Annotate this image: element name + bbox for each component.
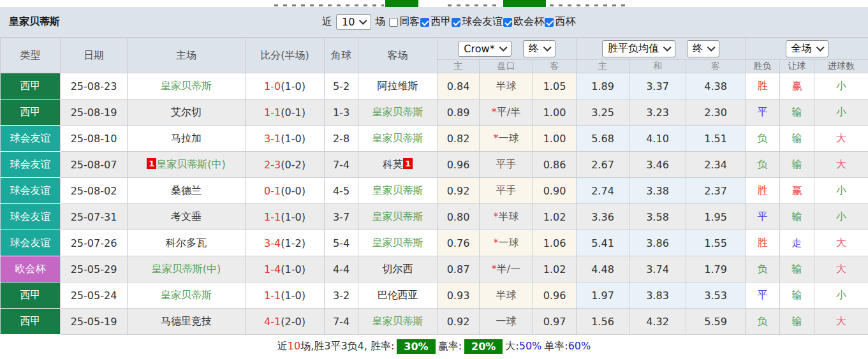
result-cell: 平 [746, 282, 780, 309]
match-date: 25-08-10 [61, 126, 128, 152]
home-team-cell: 皇家贝蒂斯(中) [128, 256, 246, 282]
table-row: 球会友谊25-08-02桑德兰0-1(0-0)4-5皇家贝蒂斯0.92平手0.9… [1, 178, 868, 204]
sub-header-mean-draw: 和 [629, 60, 686, 73]
match-type-badge: 球会友谊 [1, 152, 61, 178]
team-name-link[interactable]: 马德里竞技 [161, 315, 212, 327]
result-cell: 平 [746, 99, 780, 126]
filter-checkbox[interactable] [420, 18, 429, 27]
full-score: 4-1 [264, 316, 281, 328]
table-row: 球会友谊25-08-071皇家贝蒂斯(中)2-3(0-2)7-4科莫10.96平… [1, 152, 868, 178]
away-team-cell: 巴伦西亚 [358, 282, 438, 309]
table-row: 西甲25-05-19马德里竞技4-1(2-0)7-4皇家贝蒂斯0.92一球0.9… [1, 309, 868, 335]
team-name-link[interactable]: 皇家贝蒂斯(中) [156, 158, 225, 170]
home-odds: 0.76 [438, 230, 480, 256]
filter-checkbox[interactable] [545, 18, 554, 27]
handicap-rate-label: 赢率: [438, 340, 462, 353]
odds-source-select[interactable]: Crow* [458, 41, 511, 57]
handicap-text: 一球 [499, 237, 519, 249]
scope-select-group: 全场 [746, 38, 868, 60]
team-name-link[interactable]: 马拉加 [171, 132, 202, 144]
team-name-link[interactable]: 皇家贝蒂斯(中) [152, 263, 221, 275]
games-label: 场 [375, 15, 385, 29]
mean-win-odds: 3.36 [577, 204, 629, 230]
handicap-line: *平/半 [480, 99, 533, 126]
result-cell: 胜 [746, 73, 780, 99]
goals-result-cell: 大 [814, 152, 868, 178]
handicap-result-cell: 输 [780, 256, 814, 282]
match-type-badge: 西甲 [1, 73, 61, 99]
mean-lose-odds: 2.37 [686, 178, 746, 204]
team-name-link[interactable]: 科尔多瓦 [166, 237, 207, 249]
half-score: (0-0) [281, 185, 305, 197]
half-score: (1-0) [281, 80, 305, 92]
team-name-link[interactable]: 巴伦西亚 [378, 289, 418, 301]
away-team-cell: 科莫1 [358, 152, 438, 178]
handicap-result-cell: 输 [780, 282, 814, 309]
goals-result-cell: 小 [814, 282, 868, 309]
mean-lose-odds: 1.55 [686, 230, 746, 256]
team-name-link[interactable]: 皇家贝蒂斯 [161, 80, 212, 92]
team-name-link[interactable]: 皇家贝蒂斯 [372, 315, 423, 327]
team-name-link[interactable]: 皇家贝蒂斯 [372, 184, 423, 196]
handicap-line: 半球 [480, 282, 533, 309]
mean-type-select[interactable]: 胜平负均值 [602, 40, 675, 57]
handicap-result-cell: 输 [780, 204, 814, 230]
home-odds: 0.82 [438, 126, 480, 152]
handicap-line: *半球 [480, 204, 533, 230]
col-header-corner: 角球 [325, 38, 358, 73]
away-odds: 0.96 [533, 282, 577, 309]
mean-draw-odds: 3.86 [629, 230, 686, 256]
team-name-link[interactable]: 阿拉维斯 [378, 80, 418, 92]
corner-score: 4-4 [325, 256, 358, 282]
team-name-link[interactable]: 皇家贝蒂斯 [372, 106, 423, 118]
sub-header-result: 胜负 [746, 60, 780, 73]
team-name-link[interactable]: 皇家贝蒂斯 [372, 210, 423, 223]
full-score: 1-1 [264, 289, 281, 302]
match-type-badge: 西甲 [1, 309, 61, 335]
half-score: (1-0) [281, 263, 305, 275]
team-name-link[interactable]: 皇家贝蒂斯 [372, 132, 423, 144]
recent-count-select[interactable]: 10 [336, 14, 371, 30]
full-score: 2-3 [264, 159, 281, 171]
col-header-score: 比分(半场) [246, 38, 325, 73]
filter-checkbox[interactable] [389, 18, 398, 27]
team-name-link[interactable]: 桑德兰 [171, 184, 202, 196]
team-name-link[interactable]: 科莫 [383, 158, 403, 170]
handicap-line: *一球 [480, 126, 533, 152]
filter-label: 同客 [399, 15, 420, 29]
team-name-link[interactable]: 考文垂 [171, 210, 202, 223]
team-name-link[interactable]: 艾尔切 [171, 106, 202, 118]
handicap-text: 半球 [496, 80, 517, 92]
mean-lose-odds: 2.34 [686, 152, 746, 178]
corner-score: 3-7 [325, 204, 358, 230]
half-score: (0-1) [281, 106, 305, 119]
clipped-text-fragment [448, 4, 501, 6]
sub-header-mean-lose: 客 [686, 60, 746, 73]
sub-header-goals: 进球数 [814, 60, 868, 73]
match-date: 25-08-23 [61, 73, 128, 99]
scope-select[interactable]: 全场 [786, 40, 828, 57]
team-name-link[interactable]: 皇家贝蒂斯 [372, 237, 423, 249]
home-team-cell: 马拉加 [128, 126, 246, 152]
home-team-cell: 马德里竞技 [128, 309, 246, 335]
team-name-link[interactable]: 皇家贝蒂斯 [161, 289, 212, 301]
home-team-cell: 皇家贝蒂斯 [128, 73, 246, 99]
mean-state-select[interactable]: 终 [687, 40, 719, 57]
filter-item: 欧会杯 [503, 15, 544, 29]
handicap-changed-star: * [494, 237, 499, 249]
red-card-badge: 1 [147, 158, 156, 169]
match-type-badge: 球会友谊 [1, 178, 61, 204]
result-cell: 负 [746, 309, 780, 335]
filter-checkbox[interactable] [452, 18, 460, 27]
handicap-changed-star: * [492, 263, 497, 275]
corner-score: 3-2 [325, 282, 358, 309]
mean-win-odds: 1.56 [577, 309, 629, 335]
clipped-text-fragment [274, 4, 384, 6]
team-name-link[interactable]: 切尔西 [383, 263, 413, 275]
filter-checkbox[interactable] [503, 18, 512, 27]
goals-result-cell: 大 [814, 230, 868, 256]
goals-result-cell: 小 [814, 178, 868, 204]
filter-label: 欧会杯 [513, 15, 544, 29]
handicap-result-cell: 输 [780, 126, 814, 152]
odds-state-select[interactable]: 终 [523, 40, 555, 57]
